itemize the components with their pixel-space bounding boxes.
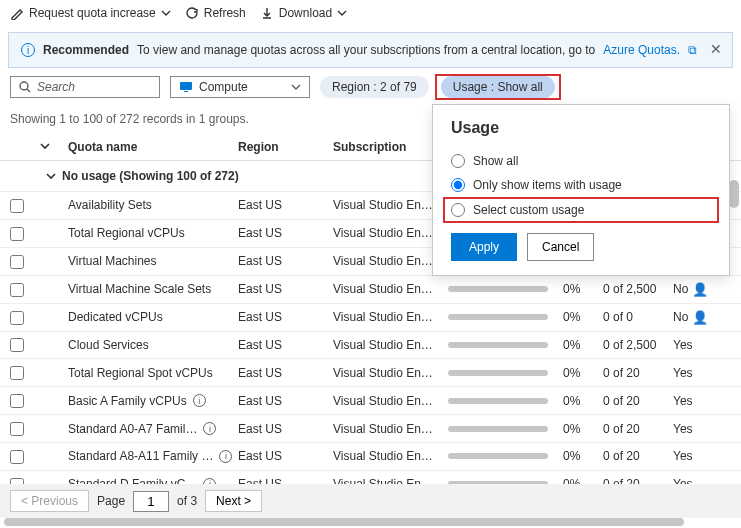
info-icon[interactable]: i xyxy=(193,394,206,407)
search-input[interactable]: Search xyxy=(10,76,160,98)
vertical-scrollbar[interactable] xyxy=(729,180,739,460)
pencil-icon xyxy=(10,6,24,20)
provider-dropdown[interactable]: Compute xyxy=(170,76,310,98)
quota-name-cell: Standard A8-A11 Family … i xyxy=(68,449,238,463)
quota-name-cell: Virtual Machines xyxy=(68,254,238,268)
subscription-cell: Visual Studio En… xyxy=(333,226,448,240)
region-cell: East US xyxy=(238,254,333,268)
col-subscription[interactable]: Subscription xyxy=(333,140,448,154)
table-row[interactable]: Standard A8-A11 Family … iEast USVisual … xyxy=(0,442,741,470)
request-quota-button[interactable]: Request quota increase xyxy=(10,6,171,20)
info-icon: i xyxy=(21,43,35,57)
usage-cell: 0 of 2,500 xyxy=(603,338,673,352)
subscription-cell: Visual Studio En… xyxy=(333,338,448,352)
radio-custom-usage[interactable]: Select custom usage xyxy=(451,203,711,217)
col-quota-name[interactable]: Quota name xyxy=(68,140,238,154)
row-checkbox[interactable] xyxy=(10,311,24,325)
radio-only-usage-label: Only show items with usage xyxy=(473,178,622,192)
row-checkbox[interactable] xyxy=(10,394,24,408)
chevron-down-icon xyxy=(337,8,347,18)
adjustable-cell: Yes xyxy=(673,422,713,436)
usage-cell: 0 of 20 xyxy=(603,366,673,380)
person-icon[interactable]: 👤 xyxy=(692,310,708,325)
next-page-button[interactable]: Next > xyxy=(205,490,262,512)
row-checkbox[interactable] xyxy=(10,338,24,352)
recommendation-banner: i Recommended To view and manage quotas … xyxy=(8,32,733,68)
usage-cell: 0 of 20 xyxy=(603,394,673,408)
search-icon xyxy=(19,81,31,93)
table-row[interactable]: Total Regional Spot vCPUsEast USVisual S… xyxy=(0,358,741,386)
usage-pill-highlight: Usage : Show all xyxy=(439,78,557,96)
table-row[interactable]: Cloud ServicesEast USVisual Studio En…0%… xyxy=(0,331,741,359)
search-placeholder: Search xyxy=(37,80,75,94)
radio-show-all[interactable]: Show all xyxy=(451,149,711,173)
usage-cell: 0 of 0 xyxy=(603,310,673,324)
row-checkbox[interactable] xyxy=(10,199,24,213)
request-quota-label: Request quota increase xyxy=(29,6,156,20)
cancel-button[interactable]: Cancel xyxy=(527,233,594,261)
refresh-button[interactable]: Refresh xyxy=(185,6,246,20)
radio-custom-usage-input[interactable] xyxy=(451,203,465,217)
adjustable-cell: No 👤 xyxy=(673,310,713,325)
quota-name-cell: Total Regional vCPUs xyxy=(68,226,238,240)
quota-name-cell: Standard A0-A7 Famil… i xyxy=(68,422,238,436)
info-icon[interactable]: i xyxy=(203,422,216,435)
adjustable-cell: Yes xyxy=(673,366,713,380)
region-filter-pill[interactable]: Region : 2 of 79 xyxy=(320,76,429,98)
row-checkbox[interactable] xyxy=(10,450,24,464)
table-row[interactable]: Virtual Machine Scale SetsEast USVisual … xyxy=(0,275,741,303)
horizontal-scrollbar[interactable] xyxy=(4,518,724,526)
adjustable-cell: Yes xyxy=(673,394,713,408)
row-checkbox[interactable] xyxy=(10,422,24,436)
subscription-cell: Visual Studio En… xyxy=(333,310,448,324)
subscription-cell: Visual Studio En… xyxy=(333,254,448,268)
banner-label: Recommended xyxy=(43,43,129,57)
azure-quotas-link[interactable]: Azure Quotas. xyxy=(603,43,680,57)
usage-filter-pill[interactable]: Usage : Show all xyxy=(441,76,555,98)
chevron-down-icon[interactable] xyxy=(40,141,50,151)
usage-cell: 0 of 2,500 xyxy=(603,282,673,296)
quota-name-cell: Cloud Services xyxy=(68,338,238,352)
row-checkbox[interactable] xyxy=(10,255,24,269)
usage-cell: 0 of 20 xyxy=(603,449,673,463)
usage-percent-cell: 0% xyxy=(563,449,603,463)
monitor-icon xyxy=(179,81,193,93)
close-icon[interactable]: ✕ xyxy=(710,41,722,57)
region-cell: East US xyxy=(238,226,333,240)
pagination: < Previous Page of 3 Next > xyxy=(0,484,741,518)
download-label: Download xyxy=(279,6,332,20)
panel-title: Usage xyxy=(451,119,711,137)
region-cell: East US xyxy=(238,198,333,212)
col-region[interactable]: Region xyxy=(238,140,333,154)
table-row[interactable]: Standard A0-A7 Famil… iEast USVisual Stu… xyxy=(0,414,741,442)
info-icon[interactable]: i xyxy=(219,450,232,463)
refresh-icon xyxy=(185,6,199,20)
table-row[interactable]: Dedicated vCPUsEast USVisual Studio En…0… xyxy=(0,303,741,331)
svg-rect-1 xyxy=(180,82,192,90)
usage-filter-panel: Usage Show all Only show items with usag… xyxy=(432,104,730,276)
adjustable-cell: No 👤 xyxy=(673,282,713,297)
radio-only-usage-input[interactable] xyxy=(451,178,465,192)
subscription-cell: Visual Studio En… xyxy=(333,422,448,436)
apply-button[interactable]: Apply xyxy=(451,233,517,261)
download-button[interactable]: Download xyxy=(260,6,347,20)
usage-percent-cell: 0% xyxy=(563,310,603,324)
usage-percent-cell: 0% xyxy=(563,422,603,436)
usage-bar xyxy=(448,426,548,432)
usage-bar xyxy=(448,370,548,376)
table-row[interactable]: Basic A Family vCPUs iEast USVisual Stud… xyxy=(0,386,741,414)
person-icon[interactable]: 👤 xyxy=(692,282,708,297)
svg-point-0 xyxy=(20,82,28,90)
usage-bar xyxy=(448,453,548,459)
radio-only-usage[interactable]: Only show items with usage xyxy=(451,173,711,197)
row-checkbox[interactable] xyxy=(10,283,24,297)
external-link-icon: ⧉ xyxy=(688,43,697,57)
radio-show-all-input[interactable] xyxy=(451,154,465,168)
subscription-cell: Visual Studio En… xyxy=(333,198,448,212)
prev-page-button[interactable]: < Previous xyxy=(10,490,89,512)
row-checkbox[interactable] xyxy=(10,227,24,241)
row-checkbox[interactable] xyxy=(10,366,24,380)
page-input[interactable] xyxy=(133,491,169,512)
region-cell: East US xyxy=(238,422,333,436)
chevron-down-icon xyxy=(291,82,301,92)
